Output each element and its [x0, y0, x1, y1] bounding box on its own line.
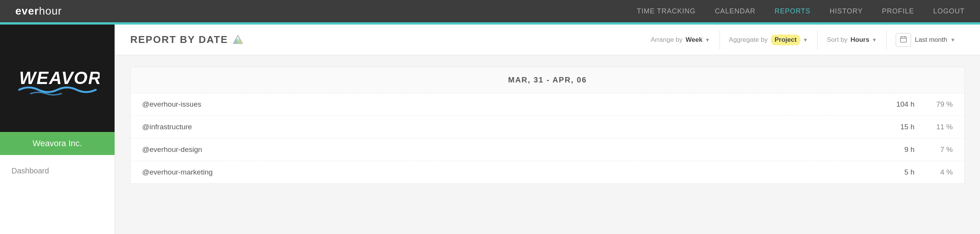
- nav-reports[interactable]: REPORTS: [775, 7, 811, 15]
- svg-text:WEAVORA: WEAVORA: [19, 68, 100, 88]
- report-header: REPORT BY DATE Arrange by Week ▼ Aggrega…: [115, 25, 980, 55]
- arrange-value: Week: [686, 36, 703, 44]
- week-header: MAR, 31 - APR, 06: [131, 67, 964, 93]
- nav-links: TIME TRACKING CALENDAR REPORTS HISTORY P…: [637, 7, 965, 15]
- report-table: MAR, 31 - APR, 06 @everhour-issues 104 h…: [130, 67, 965, 184]
- drive-icon: [233, 35, 243, 45]
- date-range-value: Last month: [915, 36, 947, 44]
- arrange-control: Arrange by Week ▼: [641, 30, 719, 49]
- arrange-dropdown-arrow[interactable]: ▼: [705, 37, 710, 43]
- date-range-button[interactable]: Last month ▼: [915, 36, 955, 44]
- nav-logout[interactable]: LOGOUT: [933, 7, 965, 15]
- row-percent: 11 %: [914, 123, 953, 131]
- row-percent: 4 %: [914, 168, 953, 176]
- date-dropdown-arrow: ▼: [950, 37, 955, 43]
- main-layout: WEAVORA Weavora Inc. Dashboard REPORT BY…: [0, 25, 980, 234]
- sidebar-item-dashboard[interactable]: Dashboard: [11, 163, 103, 179]
- sidebar-company-name: Weavora Inc.: [0, 132, 115, 155]
- logo-prefix: ever: [15, 5, 39, 17]
- row-percent: 79 %: [914, 100, 953, 109]
- header-controls: Arrange by Week ▼ Aggregate by Project ▼…: [641, 30, 965, 49]
- weavora-svg-logo: WEAVORA: [15, 59, 100, 97]
- calendar-icon: [900, 36, 907, 43]
- aggregate-label: Aggregate by: [729, 36, 768, 44]
- row-name: @everhour-design: [142, 145, 869, 154]
- logo-suffix: hour: [39, 5, 62, 17]
- arrange-label: Arrange by: [651, 36, 682, 44]
- weavora-logo: WEAVORA: [15, 59, 100, 97]
- nav-history[interactable]: HISTORY: [830, 7, 863, 15]
- aggregate-value: Project: [771, 35, 801, 45]
- svg-rect-5: [900, 37, 906, 42]
- row-percent: 7 %: [914, 145, 953, 154]
- sort-value: Hours: [851, 36, 869, 44]
- row-hours: 104 h: [869, 100, 914, 109]
- report-title: REPORT BY DATE: [130, 34, 243, 46]
- nav-calendar[interactable]: CALENDAR: [715, 7, 755, 15]
- content-area: REPORT BY DATE Arrange by Week ▼ Aggrega…: [115, 25, 980, 234]
- sort-label: Sort by: [827, 36, 847, 44]
- date-range-control: Last month ▼: [887, 30, 965, 49]
- row-hours: 15 h: [869, 123, 914, 131]
- app-logo: everhour: [15, 5, 62, 17]
- row-name: @everhour-issues: [142, 100, 869, 109]
- sort-control: Sort by Hours ▼: [818, 30, 887, 49]
- row-hours: 5 h: [869, 168, 914, 176]
- row-name: @everhour-marketing: [142, 168, 869, 176]
- top-navigation: everhour TIME TRACKING CALENDAR REPORTS …: [0, 0, 980, 22]
- sidebar-menu: Dashboard: [0, 155, 115, 187]
- nav-time-tracking[interactable]: TIME TRACKING: [637, 7, 696, 15]
- row-hours: 9 h: [869, 145, 914, 154]
- table-row: @infrastructure 15 h 11 %: [131, 116, 964, 138]
- table-row: @everhour-issues 104 h 79 %: [131, 93, 964, 116]
- table-row: @everhour-design 9 h 7 %: [131, 138, 964, 161]
- sidebar-logo-area: WEAVORA: [0, 25, 115, 132]
- aggregate-control: Aggregate by Project ▼: [720, 30, 818, 49]
- aggregate-dropdown-arrow[interactable]: ▼: [803, 37, 808, 43]
- nav-profile[interactable]: PROFILE: [882, 7, 914, 15]
- table-row: @everhour-marketing 5 h 4 %: [131, 161, 964, 183]
- sort-dropdown-arrow[interactable]: ▼: [872, 37, 877, 43]
- calendar-icon-button[interactable]: [896, 33, 911, 47]
- sidebar: WEAVORA Weavora Inc. Dashboard: [0, 25, 115, 234]
- row-name: @infrastructure: [142, 123, 869, 131]
